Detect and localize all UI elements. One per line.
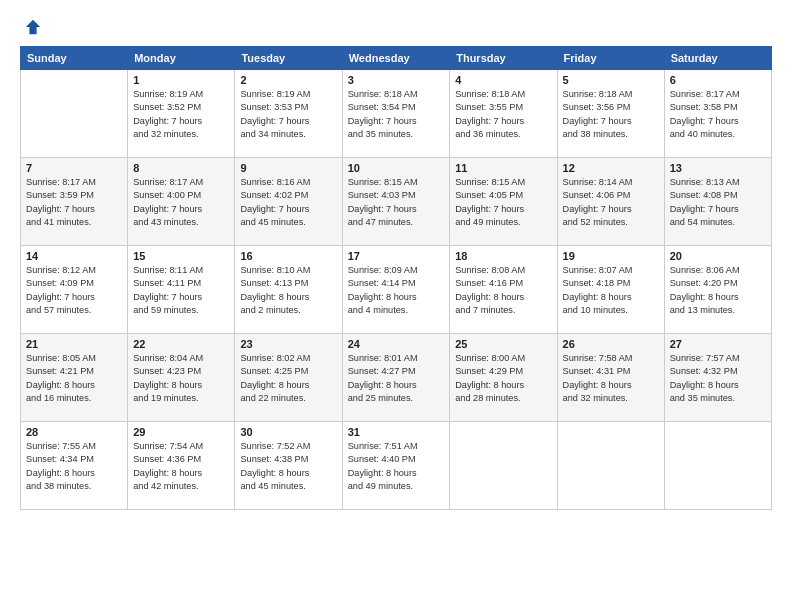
day-number: 11 — [455, 162, 551, 174]
day-info: Sunrise: 7:57 AM Sunset: 4:32 PM Dayligh… — [670, 352, 766, 405]
day-number: 24 — [348, 338, 445, 350]
day-number: 15 — [133, 250, 229, 262]
day-info: Sunrise: 8:17 AM Sunset: 4:00 PM Dayligh… — [133, 176, 229, 229]
day-info: Sunrise: 8:07 AM Sunset: 4:18 PM Dayligh… — [563, 264, 659, 317]
day-number: 29 — [133, 426, 229, 438]
header-row: SundayMondayTuesdayWednesdayThursdayFrid… — [21, 47, 772, 70]
week-row-4: 21Sunrise: 8:05 AM Sunset: 4:21 PM Dayli… — [21, 334, 772, 422]
day-cell — [21, 70, 128, 158]
day-info: Sunrise: 8:18 AM Sunset: 3:54 PM Dayligh… — [348, 88, 445, 141]
day-info: Sunrise: 8:15 AM Sunset: 4:03 PM Dayligh… — [348, 176, 445, 229]
day-cell: 29Sunrise: 7:54 AM Sunset: 4:36 PM Dayli… — [128, 422, 235, 510]
day-cell: 26Sunrise: 7:58 AM Sunset: 4:31 PM Dayli… — [557, 334, 664, 422]
day-number: 20 — [670, 250, 766, 262]
day-number: 5 — [563, 74, 659, 86]
day-number: 28 — [26, 426, 122, 438]
day-cell: 14Sunrise: 8:12 AM Sunset: 4:09 PM Dayli… — [21, 246, 128, 334]
day-info: Sunrise: 8:18 AM Sunset: 3:56 PM Dayligh… — [563, 88, 659, 141]
day-info: Sunrise: 7:51 AM Sunset: 4:40 PM Dayligh… — [348, 440, 445, 493]
day-number: 26 — [563, 338, 659, 350]
day-cell: 4Sunrise: 8:18 AM Sunset: 3:55 PM Daylig… — [450, 70, 557, 158]
day-info: Sunrise: 8:14 AM Sunset: 4:06 PM Dayligh… — [563, 176, 659, 229]
day-number: 9 — [240, 162, 336, 174]
day-cell: 23Sunrise: 8:02 AM Sunset: 4:25 PM Dayli… — [235, 334, 342, 422]
calendar-table: SundayMondayTuesdayWednesdayThursdayFrid… — [20, 46, 772, 510]
day-number: 1 — [133, 74, 229, 86]
day-info: Sunrise: 8:19 AM Sunset: 3:52 PM Dayligh… — [133, 88, 229, 141]
day-number: 23 — [240, 338, 336, 350]
day-info: Sunrise: 8:13 AM Sunset: 4:08 PM Dayligh… — [670, 176, 766, 229]
day-cell: 28Sunrise: 7:55 AM Sunset: 4:34 PM Dayli… — [21, 422, 128, 510]
logo-icon — [24, 18, 42, 36]
day-number: 14 — [26, 250, 122, 262]
day-cell: 31Sunrise: 7:51 AM Sunset: 4:40 PM Dayli… — [342, 422, 450, 510]
day-number: 4 — [455, 74, 551, 86]
day-cell: 12Sunrise: 8:14 AM Sunset: 4:06 PM Dayli… — [557, 158, 664, 246]
day-info: Sunrise: 8:16 AM Sunset: 4:02 PM Dayligh… — [240, 176, 336, 229]
day-cell: 22Sunrise: 8:04 AM Sunset: 4:23 PM Dayli… — [128, 334, 235, 422]
day-number: 16 — [240, 250, 336, 262]
day-info: Sunrise: 8:09 AM Sunset: 4:14 PM Dayligh… — [348, 264, 445, 317]
day-number: 6 — [670, 74, 766, 86]
day-cell: 9Sunrise: 8:16 AM Sunset: 4:02 PM Daylig… — [235, 158, 342, 246]
col-header-monday: Monday — [128, 47, 235, 70]
day-number: 2 — [240, 74, 336, 86]
day-number: 13 — [670, 162, 766, 174]
day-number: 12 — [563, 162, 659, 174]
day-cell: 8Sunrise: 8:17 AM Sunset: 4:00 PM Daylig… — [128, 158, 235, 246]
day-cell: 5Sunrise: 8:18 AM Sunset: 3:56 PM Daylig… — [557, 70, 664, 158]
day-info: Sunrise: 8:06 AM Sunset: 4:20 PM Dayligh… — [670, 264, 766, 317]
day-number: 19 — [563, 250, 659, 262]
day-info: Sunrise: 8:17 AM Sunset: 3:58 PM Dayligh… — [670, 88, 766, 141]
day-cell: 10Sunrise: 8:15 AM Sunset: 4:03 PM Dayli… — [342, 158, 450, 246]
day-cell: 1Sunrise: 8:19 AM Sunset: 3:52 PM Daylig… — [128, 70, 235, 158]
header — [20, 18, 772, 36]
day-number: 22 — [133, 338, 229, 350]
day-info: Sunrise: 7:52 AM Sunset: 4:38 PM Dayligh… — [240, 440, 336, 493]
day-cell — [450, 422, 557, 510]
day-cell — [664, 422, 771, 510]
day-cell: 18Sunrise: 8:08 AM Sunset: 4:16 PM Dayli… — [450, 246, 557, 334]
week-row-1: 1Sunrise: 8:19 AM Sunset: 3:52 PM Daylig… — [21, 70, 772, 158]
day-cell: 19Sunrise: 8:07 AM Sunset: 4:18 PM Dayli… — [557, 246, 664, 334]
day-info: Sunrise: 8:18 AM Sunset: 3:55 PM Dayligh… — [455, 88, 551, 141]
day-cell: 25Sunrise: 8:00 AM Sunset: 4:29 PM Dayli… — [450, 334, 557, 422]
day-info: Sunrise: 8:17 AM Sunset: 3:59 PM Dayligh… — [26, 176, 122, 229]
col-header-wednesday: Wednesday — [342, 47, 450, 70]
week-row-2: 7Sunrise: 8:17 AM Sunset: 3:59 PM Daylig… — [21, 158, 772, 246]
day-number: 27 — [670, 338, 766, 350]
week-row-5: 28Sunrise: 7:55 AM Sunset: 4:34 PM Dayli… — [21, 422, 772, 510]
page: SundayMondayTuesdayWednesdayThursdayFrid… — [0, 0, 792, 612]
week-row-3: 14Sunrise: 8:12 AM Sunset: 4:09 PM Dayli… — [21, 246, 772, 334]
day-number: 3 — [348, 74, 445, 86]
day-cell: 30Sunrise: 7:52 AM Sunset: 4:38 PM Dayli… — [235, 422, 342, 510]
day-info: Sunrise: 7:58 AM Sunset: 4:31 PM Dayligh… — [563, 352, 659, 405]
day-cell: 13Sunrise: 8:13 AM Sunset: 4:08 PM Dayli… — [664, 158, 771, 246]
day-info: Sunrise: 8:00 AM Sunset: 4:29 PM Dayligh… — [455, 352, 551, 405]
day-info: Sunrise: 8:05 AM Sunset: 4:21 PM Dayligh… — [26, 352, 122, 405]
day-cell: 20Sunrise: 8:06 AM Sunset: 4:20 PM Dayli… — [664, 246, 771, 334]
day-info: Sunrise: 8:02 AM Sunset: 4:25 PM Dayligh… — [240, 352, 336, 405]
day-number: 17 — [348, 250, 445, 262]
col-header-tuesday: Tuesday — [235, 47, 342, 70]
day-cell: 16Sunrise: 8:10 AM Sunset: 4:13 PM Dayli… — [235, 246, 342, 334]
day-info: Sunrise: 7:54 AM Sunset: 4:36 PM Dayligh… — [133, 440, 229, 493]
col-header-saturday: Saturday — [664, 47, 771, 70]
col-header-friday: Friday — [557, 47, 664, 70]
day-number: 31 — [348, 426, 445, 438]
day-cell: 6Sunrise: 8:17 AM Sunset: 3:58 PM Daylig… — [664, 70, 771, 158]
day-number: 30 — [240, 426, 336, 438]
day-number: 8 — [133, 162, 229, 174]
day-number: 21 — [26, 338, 122, 350]
day-info: Sunrise: 8:04 AM Sunset: 4:23 PM Dayligh… — [133, 352, 229, 405]
day-info: Sunrise: 8:11 AM Sunset: 4:11 PM Dayligh… — [133, 264, 229, 317]
day-info: Sunrise: 8:12 AM Sunset: 4:09 PM Dayligh… — [26, 264, 122, 317]
day-cell: 3Sunrise: 8:18 AM Sunset: 3:54 PM Daylig… — [342, 70, 450, 158]
day-number: 18 — [455, 250, 551, 262]
day-cell — [557, 422, 664, 510]
col-header-sunday: Sunday — [21, 47, 128, 70]
day-cell: 27Sunrise: 7:57 AM Sunset: 4:32 PM Dayli… — [664, 334, 771, 422]
day-info: Sunrise: 8:15 AM Sunset: 4:05 PM Dayligh… — [455, 176, 551, 229]
day-info: Sunrise: 8:08 AM Sunset: 4:16 PM Dayligh… — [455, 264, 551, 317]
day-cell: 7Sunrise: 8:17 AM Sunset: 3:59 PM Daylig… — [21, 158, 128, 246]
